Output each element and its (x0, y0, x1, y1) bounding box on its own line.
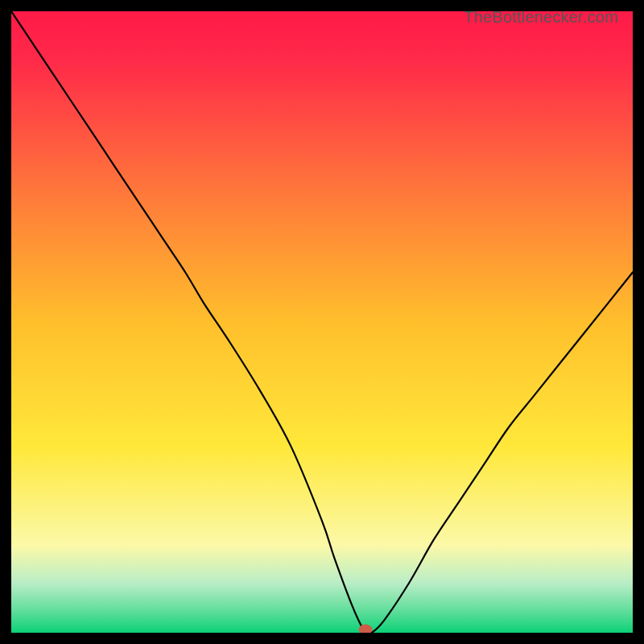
optimal-point-marker (359, 625, 372, 633)
bottleneck-chart (11, 11, 633, 633)
chart-frame: TheBottlenecker.com (11, 11, 633, 633)
gradient-background (11, 11, 633, 633)
watermark-text: TheBottlenecker.com (464, 11, 618, 27)
